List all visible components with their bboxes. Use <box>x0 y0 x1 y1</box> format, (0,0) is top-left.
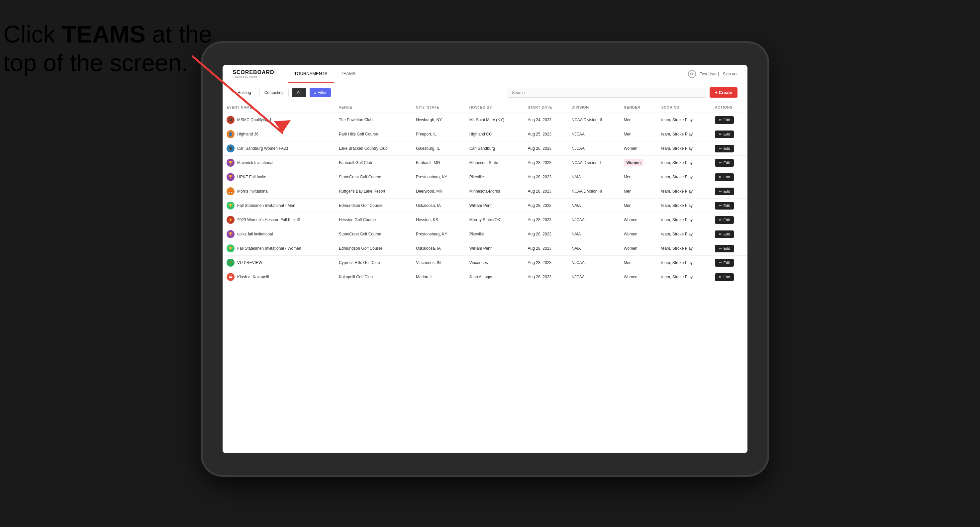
cell-venue: Kokopelli Golf Club <box>335 270 412 284</box>
cell-event-name: ⚡ 2023 Women's Hesston Fall Kickoff <box>223 213 335 227</box>
col-division: DIVISION <box>568 102 620 113</box>
logo-title: SCOREBOARD <box>232 70 274 75</box>
cell-scoring: team, Stroke Play <box>657 227 711 241</box>
cell-scoring: team, Stroke Play <box>657 270 711 284</box>
edit-button[interactable]: ✏ Edit <box>715 187 734 195</box>
cell-scoring: team, Stroke Play <box>657 141 711 156</box>
cell-city-state: Freeport, IL <box>412 127 465 141</box>
pencil-icon: ✏ <box>719 189 722 194</box>
cell-city-state: Prestonsburg, KY <box>412 170 465 184</box>
nav-links: TOURNAMENTS TEAMS <box>288 65 688 83</box>
cell-venue: StoneCrest Golf Course <box>335 227 412 241</box>
cell-division: NCAA Division II <box>568 156 620 170</box>
cell-division: NJCAA II <box>568 213 620 227</box>
edit-button[interactable]: ✏ Edit <box>715 116 734 124</box>
col-actions: ACTIONS <box>711 102 748 113</box>
cell-scoring: team, Stroke Play <box>657 241 711 256</box>
edit-button[interactable]: ✏ Edit <box>715 259 734 267</box>
cell-gender: Women <box>620 241 657 256</box>
cell-city-state: Prestonsburg, KY <box>412 227 465 241</box>
settings-icon[interactable]: ⚙ <box>688 70 696 78</box>
event-icon: 🏆 <box>227 173 234 181</box>
cell-division: NJCAA II <box>568 256 620 270</box>
pencil-icon: ✏ <box>719 146 722 151</box>
tablet-frame: SCOREBOARD Powered by clippit TOURNAMENT… <box>203 43 767 475</box>
cell-hosted-by: Minnesota State <box>465 156 524 170</box>
nav-teams[interactable]: TEAMS <box>334 65 363 83</box>
table-row: 🏔 Klash at Kokopelli Kokopelli Golf Club… <box>223 270 748 284</box>
edit-button[interactable]: ✏ Edit <box>715 216 734 224</box>
cell-scoring: team, Stroke Play <box>657 256 711 270</box>
competing-button[interactable]: Competing <box>259 88 289 97</box>
pencil-icon: ✏ <box>719 118 722 122</box>
cell-city-state: Faribault, MN <box>412 156 465 170</box>
cell-venue: Ruttger's Bay Lake Resort <box>335 184 412 198</box>
cell-venue: Lake Bracken Country Club <box>335 141 412 156</box>
edit-button[interactable]: ✏ Edit <box>715 245 734 252</box>
pencil-icon: ✏ <box>719 246 722 251</box>
cell-hosted-by: John A Logan <box>465 270 524 284</box>
cell-city-state: Oskaloosa, IA <box>412 198 465 213</box>
edit-button[interactable]: ✏ Edit <box>715 173 734 181</box>
event-icon: ⚡ <box>227 216 234 224</box>
cell-city-state: Newburgh, NY <box>412 113 465 127</box>
edit-button[interactable]: ✏ Edit <box>715 230 734 238</box>
cell-venue: The Powelton Club <box>335 113 412 127</box>
cell-city-state: Marion, IL <box>412 270 465 284</box>
table-header-row: EVENT NAME VENUE CITY, STATE HOSTED BY S… <box>223 102 748 113</box>
edit-button[interactable]: ✏ Edit <box>715 145 734 152</box>
edit-button[interactable]: ✏ Edit <box>715 159 734 167</box>
signout-link[interactable]: Sign out <box>723 72 738 76</box>
cell-division: NJCAA I <box>568 127 620 141</box>
cell-event-name: 🏆 Maverick Invitational <box>223 156 335 170</box>
cell-actions: ✏ Edit <box>711 127 748 141</box>
cell-scoring: team, Stroke Play <box>657 184 711 198</box>
cell-start-date: Aug 28, 2023 <box>524 198 568 213</box>
hosting-button[interactable]: Hosting <box>232 88 256 97</box>
cell-division: NAIA <box>568 241 620 256</box>
cell-hosted-by: Highland CC <box>465 127 524 141</box>
pencil-icon: ✏ <box>719 261 722 265</box>
cell-gender: Women <box>620 156 657 170</box>
cell-start-date: Aug 25, 2023 <box>524 127 568 141</box>
cell-actions: ✏ Edit <box>711 241 748 256</box>
cell-event-name: 🏆 Fall Statesmen Invitational - Men <box>223 198 335 213</box>
create-button[interactable]: + Create <box>710 87 738 98</box>
table-row: 🏆 Fall Statesmen Invitational - Women Ed… <box>223 241 748 256</box>
event-icon: 👤 <box>227 130 234 138</box>
table-row: ⚡ 2023 Women's Hesston Fall Kickoff Hess… <box>223 213 748 227</box>
cell-hosted-by: Pikeville <box>465 227 524 241</box>
cell-gender: Women <box>620 141 657 156</box>
edit-button[interactable]: ✏ Edit <box>715 202 734 210</box>
cell-hosted-by: Mt. Saint Mary (NY) <box>465 113 524 127</box>
edit-button[interactable]: ✏ Edit <box>715 130 734 138</box>
event-name-text: upike fall invitational <box>237 232 273 237</box>
cell-venue: Edmundson Golf Course <box>335 241 412 256</box>
cell-actions: ✏ Edit <box>711 141 748 156</box>
cell-actions: ✏ Edit <box>711 113 748 127</box>
filter-button[interactable]: ≡ Filter <box>310 88 331 97</box>
cell-gender: Women <box>620 270 657 284</box>
event-icon: 🏆 <box>227 202 234 210</box>
all-button[interactable]: All <box>292 88 306 97</box>
cell-division: NJCAA I <box>568 270 620 284</box>
edit-button[interactable]: ✏ Edit <box>715 273 734 281</box>
cell-hosted-by: Vincennes <box>465 256 524 270</box>
cell-city-state: Galesburg, IL <box>412 141 465 156</box>
cell-hosted-by: Carl Sandburg <box>465 141 524 156</box>
col-venue: VENUE <box>335 102 412 113</box>
nav-tournaments[interactable]: TOURNAMENTS <box>288 65 334 83</box>
cell-division: NCAA Division III <box>568 113 620 127</box>
cell-start-date: Aug 28, 2023 <box>524 156 568 170</box>
cell-scoring: team, Stroke Play <box>657 213 711 227</box>
cell-division: NAIA <box>568 170 620 184</box>
cell-actions: ✏ Edit <box>711 256 748 270</box>
pencil-icon: ✏ <box>719 175 722 179</box>
search-input[interactable] <box>507 88 706 98</box>
event-icon: 🎓 <box>227 144 234 152</box>
cell-event-name: 👤 Highland 36 <box>223 127 335 141</box>
cell-division: NJCAA I <box>568 141 620 156</box>
cell-actions: ✏ Edit <box>711 156 748 170</box>
cell-division: NAIA <box>568 227 620 241</box>
cell-gender: Men <box>620 184 657 198</box>
